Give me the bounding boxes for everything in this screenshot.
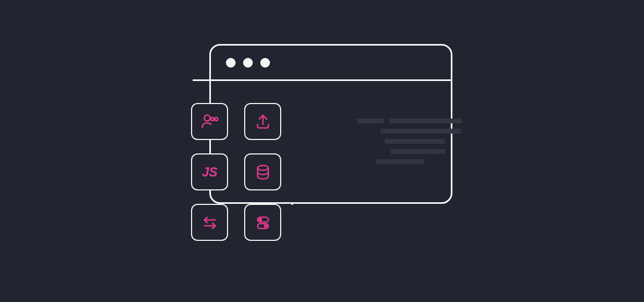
upload-icon <box>253 112 273 132</box>
placeholder-line <box>380 129 461 134</box>
feature-tile-javascript: JS <box>191 153 228 190</box>
traffic-light-dot-icon <box>243 58 253 68</box>
svg-point-8 <box>264 224 267 227</box>
feature-tile-upload <box>244 103 281 140</box>
placeholder-line <box>376 159 424 164</box>
feature-tile-transfer <box>191 204 228 241</box>
browser-decoration <box>193 79 211 81</box>
javascript-label: JS <box>202 165 217 180</box>
svg-point-4 <box>258 165 268 170</box>
placeholder-text-lines <box>357 119 462 170</box>
user-link-icon <box>200 112 220 132</box>
traffic-light-dot-icon <box>226 58 236 68</box>
browser-titlebar <box>211 46 451 81</box>
feature-tile-database <box>244 153 281 190</box>
placeholder-line <box>391 149 445 154</box>
browser-decoration <box>291 202 293 205</box>
feature-grid: JS <box>191 103 281 241</box>
placeholder-line <box>385 139 445 144</box>
transfer-arrows-icon <box>200 212 220 233</box>
svg-point-6 <box>258 218 261 221</box>
svg-point-0 <box>204 115 210 121</box>
placeholder-line <box>390 119 462 123</box>
feature-tile-user <box>191 103 228 140</box>
placeholder-line <box>357 119 384 123</box>
database-icon <box>253 162 273 182</box>
feature-tile-toggles <box>244 204 281 241</box>
toggles-icon <box>253 212 273 233</box>
traffic-light-dot-icon <box>260 58 270 68</box>
